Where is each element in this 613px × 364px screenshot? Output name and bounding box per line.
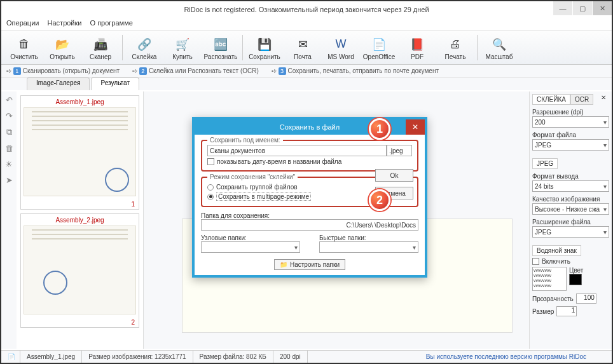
- save-folder-input[interactable]: C:\Users\ \Desktop\Docs: [201, 219, 418, 231]
- save-button[interactable]: 💾Сохранить: [245, 32, 284, 64]
- clear-button[interactable]: 🗑Очистить: [5, 32, 43, 64]
- folder-open-icon: 📂: [53, 36, 71, 53]
- folder-icon: 📁: [280, 261, 287, 268]
- status-filename: Assembly_1.jpeg: [20, 351, 82, 363]
- step-3-label: Сохранить, печатать, отправить по почте …: [288, 67, 439, 74]
- step-2-label: Склейка или Распознать текст (OCR): [149, 67, 259, 74]
- step-1-label: Сканировать (открыть) документ: [23, 67, 120, 74]
- buy-button[interactable]: 🛒Купить: [163, 32, 202, 64]
- menu-operations[interactable]: Операции: [6, 19, 39, 27]
- fast-folders-select[interactable]: [319, 241, 418, 253]
- close-button[interactable]: ✕: [593, 1, 612, 15]
- output-format-select[interactable]: 24 bits: [532, 180, 609, 192]
- datetime-label: показывать дату-время в названии файла: [217, 158, 341, 165]
- color-picker[interactable]: [569, 274, 582, 285]
- datetime-checkbox[interactable]: [207, 158, 214, 165]
- panel-close-icon[interactable]: ✕: [598, 94, 609, 105]
- save-dialog: Сохранить в файл ✕ Сохранить под именем:…: [192, 117, 427, 278]
- tab-image-gallery[interactable]: Image-Галерея: [27, 78, 90, 90]
- menu-settings[interactable]: Настройки: [48, 19, 82, 27]
- dpi-select[interactable]: 200: [532, 116, 609, 128]
- tab-ocr-settings[interactable]: OCR: [570, 94, 593, 105]
- thumbnail-name: Assembly_2.jpeg: [24, 217, 136, 224]
- size-input[interactable]: 1: [556, 306, 577, 316]
- watermark-preview[interactable]: vvvvvvvv vvvvvvvv vvvvvvvv vvvvvvvv: [532, 267, 567, 291]
- window-title: RiDoc is not registered. Ознакомительный…: [184, 6, 429, 13]
- rotate-right-icon[interactable]: ↷: [6, 111, 13, 121]
- tab-result[interactable]: Результат: [91, 78, 139, 90]
- status-version-link[interactable]: Вы используете последнюю версию программ…: [426, 353, 586, 360]
- watermark-enable-checkbox[interactable]: [532, 258, 539, 265]
- ok-button[interactable]: Ok: [375, 169, 413, 182]
- main-toolbar: 🗑Очистить 📂Открыть 📠Сканер 🔗Склейка 🛒Куп…: [1, 30, 612, 65]
- status-bar: 📄 Assembly_1.jpeg Размер изображения: 12…: [1, 350, 612, 363]
- opacity-input[interactable]: 100: [576, 293, 596, 304]
- save-mode-legend: Режим сохранения "склейки": [207, 173, 298, 180]
- menu-bar: Операции Настройки О программе: [1, 18, 612, 30]
- radio-group-files[interactable]: [207, 184, 214, 191]
- save-icon: 💾: [256, 36, 273, 53]
- cart-icon: 🛒: [174, 36, 191, 53]
- file-format-label: Формат файла: [532, 131, 609, 138]
- thumbnail-item[interactable]: Assembly_1.jpeg 1: [20, 95, 139, 210]
- dialog-close-button[interactable]: ✕: [406, 119, 425, 135]
- tab-watermark[interactable]: Водяной знак: [532, 245, 581, 256]
- filename-group: Сохранить под именем: Сканы документов .…: [201, 140, 418, 172]
- callout-2: 2: [369, 189, 390, 211]
- delete-icon[interactable]: 🗑: [5, 144, 13, 153]
- title-bar: RiDoc is not registered. Ознакомительный…: [1, 1, 612, 18]
- openoffice-button[interactable]: 📄OpenOffice: [360, 32, 398, 64]
- thumbnail-item[interactable]: Assembly_2.jpeg 2: [20, 213, 139, 328]
- maximize-button[interactable]: ▢: [573, 1, 592, 15]
- print-button[interactable]: 🖨Печать: [436, 32, 474, 64]
- radio-multipage-label: Сохранить в multipage-режиме: [216, 192, 311, 201]
- scanner-icon: 📠: [92, 36, 109, 53]
- tab-jpeg[interactable]: JPEG: [532, 158, 558, 169]
- quality-label: Качество изображения: [532, 196, 609, 203]
- radio-multipage[interactable]: [207, 194, 214, 200]
- extension-select[interactable]: JPEG: [532, 226, 609, 238]
- ocr-button[interactable]: 🔤Распознать: [202, 32, 240, 64]
- dialog-title: Сохранить в файл: [280, 123, 340, 131]
- left-toolbar: ↶ ↷ ⧉ 🗑 ☀ ➤: [1, 91, 17, 349]
- status-dimensions: Размер изображения: 1235x1771: [82, 351, 193, 363]
- extension-display: .jpeg: [387, 145, 412, 156]
- mail-icon: ✉: [294, 36, 312, 53]
- opacity-label: Прозрачность: [532, 295, 574, 302]
- rotate-left-icon[interactable]: ↶: [6, 95, 13, 105]
- callout-1: 1: [369, 118, 390, 140]
- status-filesize: Размер файла: 802 КБ: [193, 351, 273, 363]
- quality-select[interactable]: Высокое - Низкое сжа: [532, 203, 609, 215]
- zoom-button[interactable]: 🔍Масштаб: [480, 32, 518, 64]
- filename-legend: Сохранить под именем:: [207, 137, 283, 144]
- view-tabs: Image-Галерея Результат: [1, 78, 612, 90]
- brightness-icon[interactable]: ☀: [5, 159, 13, 169]
- fast-folders-label: Быстрые папки:: [319, 234, 418, 241]
- color-label: Цвет: [569, 267, 583, 274]
- zoom-icon: 🔍: [490, 36, 508, 53]
- thumbnail-name: Assembly_1.jpeg: [24, 98, 136, 105]
- open-button[interactable]: 📂Открыть: [43, 32, 81, 64]
- minimize-button[interactable]: —: [553, 1, 572, 15]
- pdf-icon: 📕: [408, 36, 426, 53]
- tab-glue-settings[interactable]: СКЛЕЙКА: [532, 94, 570, 105]
- scanner-button[interactable]: 📠Сканер: [81, 32, 120, 64]
- copy-icon[interactable]: ⧉: [6, 127, 12, 137]
- filename-input[interactable]: Сканы документов: [207, 145, 387, 156]
- menu-about[interactable]: О программе: [90, 19, 133, 27]
- output-format-label: Формат вывода: [532, 173, 609, 180]
- file-format-select[interactable]: JPEG: [532, 139, 609, 151]
- pdf-button[interactable]: 📕PDF: [398, 32, 436, 64]
- node-folders-label: Узловые папки:: [201, 234, 300, 241]
- dpi-label: Разрешение (dpi): [532, 109, 609, 116]
- node-folders-select[interactable]: [201, 241, 300, 253]
- msword-button[interactable]: WMS Word: [322, 32, 360, 64]
- configure-folders-button[interactable]: 📁Настроить папки: [274, 259, 345, 270]
- thumbnail-index: 2: [131, 319, 135, 326]
- properties-panel: СКЛЕЙКА OCR ✕ Разрешение (dpi) 200 Форма…: [529, 91, 612, 349]
- glue-button[interactable]: 🔗Склейка: [125, 32, 163, 64]
- mail-button[interactable]: ✉Почта: [284, 32, 322, 64]
- arrow-icon[interactable]: ➤: [6, 175, 13, 185]
- watermark-enable-label: Включить: [542, 258, 570, 265]
- radio-group-label: Сохранить группой файлов: [216, 184, 298, 191]
